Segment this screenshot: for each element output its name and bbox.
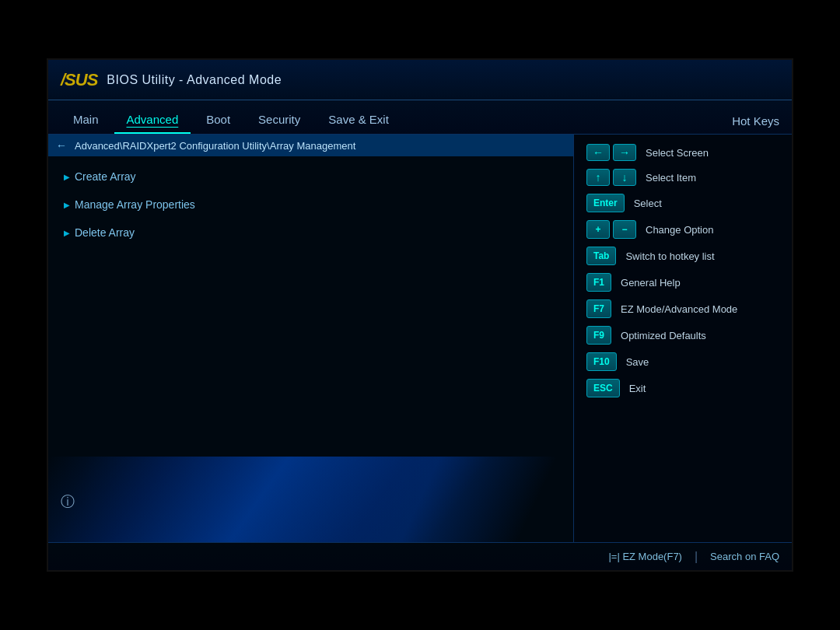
- hotkey-switch-label: Switch to hotkey list: [625, 250, 714, 262]
- menu-arrow-icon: ▶: [64, 201, 70, 209]
- key-minus: −: [613, 220, 636, 239]
- tab-main[interactable]: Main: [61, 107, 111, 134]
- breadcrumb[interactable]: ← Advanced\RAIDXpert2 Configuration Util…: [48, 135, 573, 156]
- hotkey-select-label: Select: [634, 198, 662, 209]
- search-faq-link[interactable]: Search on FAQ: [710, 551, 779, 562]
- nav-bar: Main Advanced Boot Security Save & Exit …: [48, 100, 792, 135]
- hotkeys-header-label: Hot Keys: [732, 114, 779, 134]
- hotkey-save: F10 Save: [586, 352, 779, 371]
- menu-arrow-icon: ▶: [64, 229, 70, 237]
- key-enter: Enter: [586, 194, 625, 212]
- left-panel: ← Advanced\RAIDXpert2 Configuration Util…: [48, 135, 574, 542]
- key-up-arrow: ↑: [586, 169, 610, 186]
- ez-mode-link[interactable]: |=| EZ Mode(F7): [608, 551, 682, 562]
- key-f9: F9: [586, 326, 611, 345]
- menu-item-label: Manage Array Properties: [75, 198, 195, 211]
- hotkey-switch-hotkey-list: Tab Switch to hotkey list: [586, 247, 779, 265]
- right-panel-hotkeys: ← → Select Screen ↑ ↓ Select Item: [574, 135, 792, 542]
- key-f7: F7: [586, 299, 611, 318]
- hotkey-exit: ESC Exit: [586, 379, 779, 397]
- menu-item-create-array[interactable]: ▶ Create Array: [48, 163, 573, 191]
- hotkey-select-item-label: Select Item: [646, 172, 696, 184]
- hotkey-optimized-defaults-label: Optimized Defaults: [621, 330, 706, 341]
- header-title: BIOS Utility - Advanced Mode: [107, 73, 282, 87]
- hotkey-change-option: + − Change Option: [586, 220, 779, 239]
- hotkey-select: Enter Select: [586, 194, 779, 212]
- key-right-arrow: →: [613, 144, 636, 161]
- hotkey-select-screen-label: Select Screen: [646, 147, 709, 159]
- hotkey-select-screen: ← → Select Screen: [586, 144, 779, 161]
- key-plus: +: [586, 220, 610, 239]
- key-f1: F1: [586, 273, 611, 292]
- key-esc: ESC: [586, 379, 620, 397]
- tab-save-exit[interactable]: Save & Exit: [316, 107, 401, 134]
- hotkeys-section: ← → Select Screen ↑ ↓ Select Item: [586, 144, 779, 397]
- menu-item-label: Create Array: [75, 170, 136, 183]
- menu-items-list: ▶ Create Array ▶ Manage Array Properties…: [48, 156, 573, 355]
- hotkey-change-option-label: Change Option: [646, 224, 713, 236]
- header-bar: /SUS BIOS Utility - Advanced Mode: [48, 60, 792, 100]
- breadcrumb-text: Advanced\RAIDXpert2 Configuration Utilit…: [75, 140, 355, 152]
- key-left-arrow: ←: [586, 144, 610, 161]
- hotkey-exit-label: Exit: [629, 383, 646, 394]
- hotkey-ez-mode: F7 EZ Mode/Advanced Mode: [586, 299, 779, 318]
- hotkey-save-label: Save: [626, 356, 649, 368]
- bottom-bar: |=| EZ Mode(F7) | Search on FAQ: [48, 542, 792, 570]
- key-down-arrow: ↓: [613, 169, 636, 186]
- key-f10: F10: [586, 352, 617, 371]
- menu-arrow-icon: ▶: [64, 173, 70, 181]
- hotkey-optimized-defaults: F9 Optimized Defaults: [586, 326, 779, 345]
- menu-item-manage-array[interactable]: ▶ Manage Array Properties: [48, 191, 573, 219]
- tab-security[interactable]: Security: [246, 107, 313, 134]
- main-content: ← Advanced\RAIDXpert2 Configuration Util…: [48, 135, 792, 542]
- asus-logo: /SUS: [61, 70, 97, 90]
- menu-item-label: Delete Array: [75, 226, 135, 239]
- menu-item-delete-array[interactable]: ▶ Delete Array: [48, 219, 573, 247]
- hotkey-select-item: ↑ ↓ Select Item: [586, 169, 779, 186]
- hotkey-ez-mode-label: EZ Mode/Advanced Mode: [621, 303, 737, 315]
- hotkey-general-help: F1 General Help: [586, 273, 779, 292]
- key-tab: Tab: [586, 247, 616, 265]
- bottom-divider: |: [695, 550, 698, 564]
- tab-boot[interactable]: Boot: [194, 107, 243, 134]
- tab-advanced[interactable]: Advanced: [114, 107, 191, 134]
- back-arrow-icon: ←: [56, 139, 67, 152]
- hotkey-general-help-label: General Help: [621, 277, 681, 289]
- info-icon: ⓘ: [61, 492, 75, 511]
